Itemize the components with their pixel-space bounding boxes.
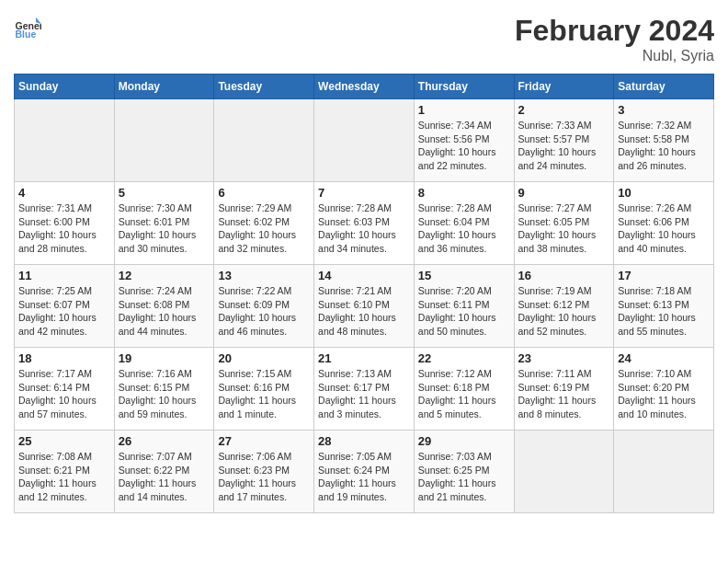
calendar-week-4: 25Sunrise: 7:08 AM Sunset: 6:21 PM Dayli… bbox=[15, 431, 714, 513]
day-number: 7 bbox=[318, 186, 410, 200]
calendar-cell: 25Sunrise: 7:08 AM Sunset: 6:21 PM Dayli… bbox=[15, 431, 115, 513]
day-info: Sunrise: 7:11 AM Sunset: 6:19 PM Dayligh… bbox=[518, 367, 610, 421]
day-info: Sunrise: 7:28 AM Sunset: 6:04 PM Dayligh… bbox=[418, 201, 510, 256]
calendar-cell bbox=[614, 431, 714, 513]
calendar-cell: 3Sunrise: 7:32 AM Sunset: 5:58 PM Daylig… bbox=[614, 99, 714, 182]
day-info: Sunrise: 7:15 AM Sunset: 6:16 PM Dayligh… bbox=[218, 367, 310, 421]
day-info: Sunrise: 7:17 AM Sunset: 6:14 PM Dayligh… bbox=[18, 367, 110, 421]
day-info: Sunrise: 7:05 AM Sunset: 6:24 PM Dayligh… bbox=[318, 450, 410, 504]
day-number: 28 bbox=[318, 434, 410, 448]
day-number: 20 bbox=[218, 351, 310, 365]
title-block: February 2024 Nubl, Syria bbox=[515, 14, 714, 64]
calendar-cell bbox=[15, 99, 115, 182]
day-number: 9 bbox=[518, 186, 610, 200]
day-info: Sunrise: 7:22 AM Sunset: 6:09 PM Dayligh… bbox=[218, 284, 310, 339]
day-number: 26 bbox=[119, 434, 210, 448]
day-number: 24 bbox=[618, 351, 710, 365]
calendar-body: 1Sunrise: 7:34 AM Sunset: 5:56 PM Daylig… bbox=[15, 99, 714, 513]
calendar-cell bbox=[514, 431, 614, 513]
day-info: Sunrise: 7:26 AM Sunset: 6:06 PM Dayligh… bbox=[618, 201, 710, 256]
day-number: 2 bbox=[518, 103, 610, 117]
day-info: Sunrise: 7:25 AM Sunset: 6:07 PM Dayligh… bbox=[18, 284, 110, 339]
day-number: 15 bbox=[418, 269, 510, 282]
calendar-week-0: 1Sunrise: 7:34 AM Sunset: 5:56 PM Daylig… bbox=[15, 99, 714, 182]
day-info: Sunrise: 7:33 AM Sunset: 5:57 PM Dayligh… bbox=[518, 119, 610, 173]
calendar-cell: 27Sunrise: 7:06 AM Sunset: 6:23 PM Dayli… bbox=[214, 431, 314, 513]
day-number: 3 bbox=[618, 103, 710, 117]
calendar-cell: 12Sunrise: 7:24 AM Sunset: 6:08 PM Dayli… bbox=[114, 265, 214, 348]
day-number: 11 bbox=[18, 269, 110, 282]
calendar-cell: 14Sunrise: 7:21 AM Sunset: 6:10 PM Dayli… bbox=[314, 265, 415, 348]
calendar-cell: 23Sunrise: 7:11 AM Sunset: 6:19 PM Dayli… bbox=[514, 348, 614, 431]
day-info: Sunrise: 7:32 AM Sunset: 5:58 PM Dayligh… bbox=[618, 119, 710, 173]
weekday-friday: Friday bbox=[514, 75, 614, 99]
day-number: 19 bbox=[119, 351, 210, 365]
calendar-header: SundayMondayTuesdayWednesdayThursdayFrid… bbox=[15, 75, 714, 99]
day-number: 10 bbox=[618, 186, 710, 200]
day-info: Sunrise: 7:27 AM Sunset: 6:05 PM Dayligh… bbox=[518, 201, 610, 256]
calendar-cell: 29Sunrise: 7:03 AM Sunset: 6:25 PM Dayli… bbox=[414, 431, 514, 513]
day-number: 13 bbox=[218, 269, 310, 282]
calendar-cell: 28Sunrise: 7:05 AM Sunset: 6:24 PM Dayli… bbox=[314, 431, 415, 513]
calendar-cell bbox=[214, 99, 314, 182]
day-number: 12 bbox=[119, 269, 210, 282]
day-number: 18 bbox=[18, 351, 110, 365]
day-info: Sunrise: 7:24 AM Sunset: 6:08 PM Dayligh… bbox=[119, 284, 210, 339]
logo: General Blue bbox=[14, 14, 41, 41]
day-number: 1 bbox=[418, 103, 510, 117]
calendar-cell: 13Sunrise: 7:22 AM Sunset: 6:09 PM Dayli… bbox=[214, 265, 314, 348]
weekday-sunday: Sunday bbox=[15, 75, 115, 99]
day-info: Sunrise: 7:19 AM Sunset: 6:12 PM Dayligh… bbox=[518, 284, 610, 339]
weekday-thursday: Thursday bbox=[414, 75, 514, 99]
day-info: Sunrise: 7:31 AM Sunset: 6:00 PM Dayligh… bbox=[18, 201, 110, 256]
calendar-week-3: 18Sunrise: 7:17 AM Sunset: 6:14 PM Dayli… bbox=[15, 348, 714, 431]
day-info: Sunrise: 7:03 AM Sunset: 6:25 PM Dayligh… bbox=[418, 450, 510, 504]
calendar-cell: 11Sunrise: 7:25 AM Sunset: 6:07 PM Dayli… bbox=[15, 265, 115, 348]
calendar-cell: 8Sunrise: 7:28 AM Sunset: 6:04 PM Daylig… bbox=[414, 182, 514, 265]
day-info: Sunrise: 7:12 AM Sunset: 6:18 PM Dayligh… bbox=[418, 367, 510, 421]
calendar-week-1: 4Sunrise: 7:31 AM Sunset: 6:00 PM Daylig… bbox=[15, 182, 714, 265]
weekday-saturday: Saturday bbox=[614, 75, 714, 99]
weekday-tuesday: Tuesday bbox=[214, 75, 314, 99]
calendar-cell: 22Sunrise: 7:12 AM Sunset: 6:18 PM Dayli… bbox=[414, 348, 514, 431]
day-number: 29 bbox=[418, 434, 510, 448]
day-info: Sunrise: 7:16 AM Sunset: 6:15 PM Dayligh… bbox=[119, 367, 210, 421]
calendar-cell: 7Sunrise: 7:28 AM Sunset: 6:03 PM Daylig… bbox=[314, 182, 415, 265]
day-info: Sunrise: 7:21 AM Sunset: 6:10 PM Dayligh… bbox=[318, 284, 410, 339]
calendar-week-2: 11Sunrise: 7:25 AM Sunset: 6:07 PM Dayli… bbox=[15, 265, 714, 348]
calendar-cell: 26Sunrise: 7:07 AM Sunset: 6:22 PM Dayli… bbox=[114, 431, 214, 513]
calendar-cell: 19Sunrise: 7:16 AM Sunset: 6:15 PM Dayli… bbox=[114, 348, 214, 431]
day-info: Sunrise: 7:13 AM Sunset: 6:17 PM Dayligh… bbox=[318, 367, 410, 421]
calendar-cell: 9Sunrise: 7:27 AM Sunset: 6:05 PM Daylig… bbox=[514, 182, 614, 265]
calendar-cell: 2Sunrise: 7:33 AM Sunset: 5:57 PM Daylig… bbox=[514, 99, 614, 182]
calendar-cell: 21Sunrise: 7:13 AM Sunset: 6:17 PM Dayli… bbox=[314, 348, 415, 431]
day-number: 8 bbox=[418, 186, 510, 200]
weekday-monday: Monday bbox=[114, 75, 214, 99]
calendar-cell: 6Sunrise: 7:29 AM Sunset: 6:02 PM Daylig… bbox=[214, 182, 314, 265]
calendar-cell: 24Sunrise: 7:10 AM Sunset: 6:20 PM Dayli… bbox=[614, 348, 714, 431]
day-number: 6 bbox=[218, 186, 310, 200]
day-info: Sunrise: 7:07 AM Sunset: 6:22 PM Dayligh… bbox=[119, 450, 210, 504]
page-header: General Blue February 2024 Nubl, Syria bbox=[14, 14, 714, 64]
day-number: 27 bbox=[218, 434, 310, 448]
day-info: Sunrise: 7:34 AM Sunset: 5:56 PM Dayligh… bbox=[418, 119, 510, 173]
calendar-cell: 15Sunrise: 7:20 AM Sunset: 6:11 PM Dayli… bbox=[414, 265, 514, 348]
day-info: Sunrise: 7:18 AM Sunset: 6:13 PM Dayligh… bbox=[618, 284, 710, 339]
calendar-location: Nubl, Syria bbox=[515, 48, 714, 64]
calendar-table: SundayMondayTuesdayWednesdayThursdayFrid… bbox=[14, 74, 714, 513]
day-info: Sunrise: 7:30 AM Sunset: 6:01 PM Dayligh… bbox=[119, 201, 210, 256]
calendar-cell bbox=[314, 99, 415, 182]
day-info: Sunrise: 7:29 AM Sunset: 6:02 PM Dayligh… bbox=[218, 201, 310, 256]
logo-icon: General Blue bbox=[14, 14, 41, 41]
calendar-cell: 1Sunrise: 7:34 AM Sunset: 5:56 PM Daylig… bbox=[414, 99, 514, 182]
calendar-cell: 17Sunrise: 7:18 AM Sunset: 6:13 PM Dayli… bbox=[614, 265, 714, 348]
day-info: Sunrise: 7:06 AM Sunset: 6:23 PM Dayligh… bbox=[218, 450, 310, 504]
day-info: Sunrise: 7:20 AM Sunset: 6:11 PM Dayligh… bbox=[418, 284, 510, 339]
calendar-cell: 20Sunrise: 7:15 AM Sunset: 6:16 PM Dayli… bbox=[214, 348, 314, 431]
day-number: 14 bbox=[318, 269, 410, 282]
day-number: 23 bbox=[518, 351, 610, 365]
day-number: 25 bbox=[18, 434, 110, 448]
day-number: 16 bbox=[518, 269, 610, 282]
calendar-cell: 18Sunrise: 7:17 AM Sunset: 6:14 PM Dayli… bbox=[15, 348, 115, 431]
calendar-cell bbox=[114, 99, 214, 182]
